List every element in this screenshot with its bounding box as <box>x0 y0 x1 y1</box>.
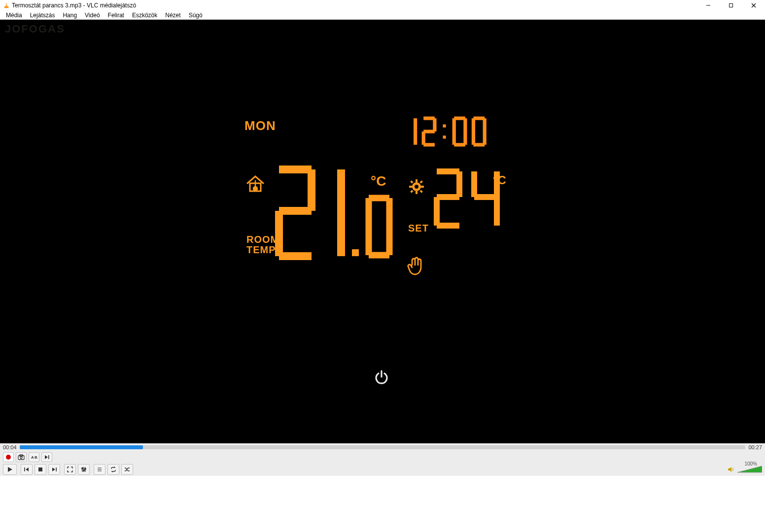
svg-marker-69 <box>52 467 55 471</box>
svg-rect-5 <box>730 4 733 7</box>
svg-rect-43 <box>410 180 413 183</box>
blank-area <box>0 476 765 532</box>
time-elapsed[interactable]: 00:04 <box>3 444 17 450</box>
volume-group: 100% <box>728 463 762 476</box>
svg-rect-44 <box>419 180 422 183</box>
svg-point-60 <box>20 457 22 459</box>
svg-rect-3 <box>5 5 8 5</box>
svg-rect-64 <box>48 455 49 459</box>
svg-rect-46 <box>419 190 422 193</box>
minimize-button[interactable] <box>697 0 720 11</box>
svg-rect-40 <box>416 191 417 194</box>
shuffle-button[interactable] <box>121 464 133 475</box>
room-temp-unit: °C <box>371 173 386 189</box>
svg-marker-65 <box>8 467 12 472</box>
menu-bar: Média Lejátszás Hang Videó Felirat Eszkö… <box>0 11 765 20</box>
svg-point-26 <box>253 187 257 191</box>
seek-row: 00:04 00:27 <box>0 443 765 451</box>
svg-rect-14 <box>443 125 446 128</box>
main-toolbar: 100% <box>0 463 765 476</box>
svg-rect-33 <box>352 249 359 256</box>
svg-point-74 <box>82 468 83 469</box>
menu-view[interactable]: Nézet <box>161 11 184 20</box>
house-thermometer-icon <box>245 174 265 193</box>
set-temp-unit: °C <box>493 173 506 187</box>
video-area[interactable]: JOFOGAS MON <box>0 20 765 443</box>
svg-marker-80 <box>728 467 731 472</box>
advanced-toolbar: AB <box>0 451 765 463</box>
record-button[interactable] <box>3 452 14 462</box>
menu-audio[interactable]: Hang <box>59 11 81 20</box>
loop-ab-button[interactable]: AB <box>29 452 39 462</box>
speaker-icon[interactable] <box>728 466 734 473</box>
svg-rect-1 <box>4 7 9 8</box>
svg-rect-42 <box>421 186 424 188</box>
fullscreen-button[interactable] <box>64 464 76 475</box>
frame-step-button[interactable] <box>41 452 52 462</box>
window-title: Termosztát parancs 3.mp3 - VLC médialejá… <box>12 2 697 9</box>
playlist-button[interactable] <box>94 464 105 475</box>
svg-rect-41 <box>409 186 412 188</box>
thermostat-display: MON <box>244 118 276 133</box>
next-button[interactable] <box>48 464 60 475</box>
menu-help[interactable]: Súgó <box>185 11 207 20</box>
svg-point-47 <box>415 185 418 189</box>
svg-text:B: B <box>35 455 37 460</box>
svg-rect-45 <box>410 190 413 193</box>
svg-point-76 <box>85 468 86 470</box>
menu-tools[interactable]: Eszközök <box>128 11 161 20</box>
svg-rect-70 <box>56 467 57 471</box>
set-label: SET <box>408 223 429 234</box>
extended-settings-button[interactable] <box>78 464 90 475</box>
room-label-2: TEMP <box>246 244 276 255</box>
svg-point-57 <box>6 455 11 460</box>
loop-button[interactable] <box>107 464 119 475</box>
svg-rect-66 <box>24 467 25 471</box>
previous-button[interactable] <box>21 464 33 475</box>
menu-media[interactable]: Média <box>2 11 26 20</box>
vlc-cone-icon <box>3 2 10 9</box>
power-icon <box>374 369 389 385</box>
seek-fill <box>20 445 143 449</box>
svg-marker-63 <box>45 455 48 459</box>
svg-rect-2 <box>5 4 7 4</box>
svg-marker-0 <box>5 2 7 7</box>
svg-rect-68 <box>38 467 42 471</box>
svg-marker-67 <box>26 467 29 471</box>
seek-bar[interactable] <box>20 445 746 449</box>
watermark-text: JOFOGAS <box>5 23 65 35</box>
menu-subtitle[interactable]: Felirat <box>104 11 128 20</box>
close-button[interactable] <box>742 0 765 11</box>
clock-digits <box>405 116 502 147</box>
maximize-button[interactable] <box>720 0 742 11</box>
time-total[interactable]: 00:27 <box>748 444 762 450</box>
hand-icon <box>407 256 424 276</box>
day-label: MON <box>244 118 276 133</box>
stop-button[interactable] <box>35 464 46 475</box>
clock-display <box>405 116 502 147</box>
play-button[interactable] <box>3 464 17 475</box>
svg-text:A: A <box>31 455 34 460</box>
window-controls <box>697 0 765 11</box>
svg-point-75 <box>83 470 85 471</box>
title-bar: Termosztát parancs 3.mp3 - VLC médialejá… <box>0 0 765 11</box>
svg-rect-39 <box>416 179 417 182</box>
svg-rect-15 <box>443 135 446 138</box>
gear-icon <box>409 179 424 194</box>
menu-video[interactable]: Videó <box>81 11 104 20</box>
snapshot-button[interactable] <box>16 452 27 462</box>
menu-playback[interactable]: Lejátszás <box>26 11 59 20</box>
volume-label: 100% <box>744 461 757 466</box>
